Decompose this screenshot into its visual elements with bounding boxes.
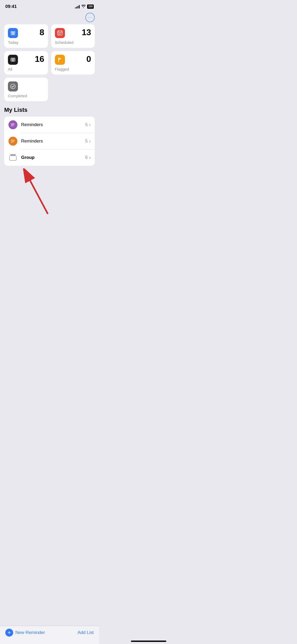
completed-icon (8, 81, 18, 91)
list-count-group: 6 (85, 155, 88, 160)
flagged-label: Flagged (55, 67, 91, 71)
svg-point-27 (11, 142, 12, 142)
all-card[interactable]: 16 All (4, 51, 48, 75)
scheduled-icon (55, 28, 65, 38)
svg-rect-29 (11, 155, 15, 155)
status-time: 09:41 (5, 4, 17, 9)
svg-point-20 (11, 125, 12, 125)
completed-row: Completed (0, 78, 99, 101)
chevron-right-icon: › (89, 123, 91, 127)
wifi-icon (81, 5, 86, 9)
list-name-reminders-orange: Reminders (21, 139, 85, 144)
svg-text:30: 30 (11, 32, 15, 35)
signal-icon (75, 5, 80, 8)
smart-lists-grid: 30 8 Today (0, 24, 99, 75)
all-label: All (8, 67, 44, 71)
svg-rect-28 (10, 154, 16, 155)
section-title: My Lists (0, 107, 99, 113)
scheduled-card[interactable]: 13 Scheduled (51, 24, 95, 48)
more-button-row: ··· (0, 12, 99, 24)
svg-rect-8 (59, 33, 60, 34)
status-icons: 100 (75, 4, 94, 9)
all-icon (8, 55, 18, 65)
red-arrow-icon (21, 168, 55, 216)
completed-card[interactable]: Completed (4, 78, 48, 101)
more-button[interactable]: ··· (85, 13, 95, 22)
list-name-group: Group (21, 155, 85, 160)
lists-container: Reminders 5 › Reminders 5 › (4, 117, 95, 166)
scheduled-count: 13 (82, 28, 91, 36)
chevron-right-blue-icon: › (89, 155, 91, 160)
svg-point-25 (11, 140, 12, 140)
today-count: 8 (40, 28, 44, 36)
scheduled-label: Scheduled (55, 40, 91, 45)
list-icon-orange (8, 137, 17, 146)
arrow-annotation (0, 166, 99, 224)
completed-label: Completed (8, 94, 44, 98)
svg-rect-30 (10, 156, 16, 160)
flagged-icon (55, 55, 65, 65)
today-icon: 30 (8, 28, 18, 38)
list-count-reminders-purple: 5 (85, 122, 88, 127)
all-count: 16 (35, 55, 44, 63)
list-item[interactable]: Reminders 5 › (4, 133, 95, 149)
svg-point-15 (11, 84, 15, 89)
svg-rect-2 (11, 31, 15, 33)
list-name-reminders-purple: Reminders (21, 122, 85, 127)
svg-rect-10 (58, 34, 59, 35)
svg-rect-7 (58, 33, 59, 34)
flagged-card[interactable]: 0 Flagged (51, 51, 95, 75)
battery-icon: 100 (87, 4, 94, 9)
today-label: Today (8, 40, 44, 45)
list-count-reminders-orange: 5 (85, 139, 88, 144)
list-item[interactable]: Reminders 5 › (4, 117, 95, 133)
chevron-right-icon: › (89, 139, 91, 143)
list-icon-group (8, 153, 17, 162)
status-bar: 09:41 100 (0, 0, 99, 12)
svg-point-21 (11, 126, 12, 126)
svg-point-19 (11, 123, 12, 124)
flagged-count: 0 (86, 55, 91, 63)
list-item-group[interactable]: Group 6 › (4, 149, 95, 166)
svg-rect-9 (61, 33, 62, 34)
ellipsis-icon: ··· (88, 15, 92, 20)
svg-line-32 (26, 174, 48, 213)
svg-point-26 (11, 141, 12, 141)
today-card[interactable]: 30 8 Today (4, 24, 48, 48)
svg-rect-11 (59, 34, 60, 35)
list-icon-purple (8, 120, 17, 129)
